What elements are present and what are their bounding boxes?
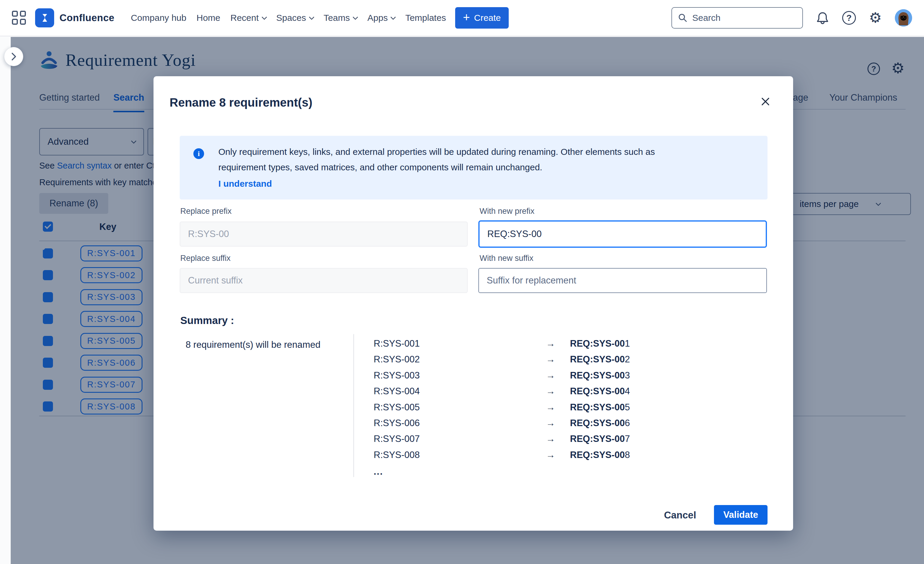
chevron-down-icon	[309, 14, 314, 20]
nav-item-apps[interactable]: Apps	[362, 7, 400, 29]
new-key-prefix: REQ:SYS-00	[570, 370, 625, 381]
nav-right-cluster: ? ⚙	[671, 7, 912, 29]
nav-item-teams[interactable]: Teams	[319, 7, 362, 29]
new-key-prefix: REQ:SYS-00	[570, 402, 625, 412]
new-key-tail: 1	[625, 338, 630, 349]
confluence-glyph	[39, 12, 50, 24]
top-navigation-bar: Confluence Company hubHomeRecentSpacesTe…	[0, 0, 924, 36]
notifications-button[interactable]	[816, 11, 829, 25]
new-key-tail: 3	[625, 370, 630, 381]
new-key-tail: 2	[625, 354, 630, 364]
help-button[interactable]: ?	[842, 11, 856, 25]
rename-preview-row: R:SYS-008→REQ:SYS-008	[374, 450, 772, 465]
nav-item-spaces[interactable]: Spaces	[271, 7, 319, 29]
global-search[interactable]	[671, 7, 803, 29]
help-icon: ?	[842, 11, 856, 25]
old-key: R:SYS-007	[374, 433, 540, 444]
i-understand-link[interactable]: I understand	[218, 179, 272, 189]
nav-item-templates[interactable]: Templates	[400, 7, 451, 29]
old-key: R:SYS-002	[374, 354, 540, 365]
rename-dialog: Rename 8 requirement(s) i Only requireme…	[153, 76, 793, 531]
summary-divider	[353, 334, 354, 477]
settings-button[interactable]: ⚙	[869, 11, 882, 25]
summary-ellipsis: ...	[374, 466, 383, 477]
nav-item-label: Recent	[231, 13, 259, 23]
replace-suffix-label: Replace suffix	[180, 254, 231, 263]
grid-square	[12, 19, 18, 25]
old-key: R:SYS-005	[374, 402, 540, 413]
new-key-tail: 8	[625, 450, 630, 460]
arrow-right-icon: →	[540, 450, 561, 460]
arrow-right-icon: →	[540, 338, 561, 349]
arrow-right-icon: →	[540, 402, 561, 413]
new-key-prefix: REQ:SYS-00	[570, 338, 625, 349]
old-key: R:SYS-006	[374, 418, 540, 429]
grid-square	[20, 19, 26, 25]
rename-preview-row: R:SYS-002→REQ:SYS-002	[374, 354, 772, 370]
new-key: REQ:SYS-004	[570, 386, 630, 397]
sidebar-expand-button[interactable]	[4, 47, 23, 66]
rename-preview-row: R:SYS-001→REQ:SYS-001	[374, 338, 772, 354]
validate-button[interactable]: Validate	[714, 505, 768, 525]
close-icon	[760, 96, 771, 107]
new-prefix-input[interactable]	[478, 220, 767, 248]
create-button[interactable]: + Create	[455, 7, 508, 29]
new-key: REQ:SYS-007	[570, 433, 630, 444]
rename-preview-row: R:SYS-003→REQ:SYS-003	[374, 370, 772, 386]
grid-square	[20, 11, 26, 17]
summary-count: 8 requirement(s) will be renamed	[186, 340, 320, 350]
new-key: REQ:SYS-008	[570, 450, 630, 460]
grid-square	[12, 11, 18, 17]
arrow-right-icon: →	[540, 354, 561, 365]
info-line-2: requirement types, saved matrices, and o…	[218, 159, 736, 175]
new-key: REQ:SYS-002	[570, 354, 630, 365]
plus-icon: +	[463, 11, 470, 23]
replace-prefix-label: Replace prefix	[180, 207, 232, 216]
rename-preview-row: R:SYS-007→REQ:SYS-007	[374, 433, 772, 449]
new-key-tail: 7	[625, 433, 630, 444]
app-switcher-icon[interactable]	[12, 11, 26, 25]
info-icon: i	[194, 148, 204, 159]
new-key-prefix: REQ:SYS-00	[570, 418, 625, 428]
search-input[interactable]	[692, 13, 790, 23]
nav-item-label: Home	[196, 13, 220, 23]
new-suffix-input[interactable]	[478, 268, 767, 293]
cancel-button[interactable]: Cancel	[656, 505, 704, 525]
close-dialog-button[interactable]	[758, 93, 774, 110]
chevron-down-icon	[261, 14, 267, 20]
replace-suffix-input[interactable]	[180, 268, 468, 293]
rename-preview-row: R:SYS-004→REQ:SYS-004	[374, 386, 772, 402]
new-key: REQ:SYS-001	[570, 338, 630, 349]
nav-item-label: Spaces	[276, 13, 306, 23]
product-name: Confluence	[60, 12, 114, 24]
rename-preview-row: R:SYS-005→REQ:SYS-005	[374, 402, 772, 418]
arrow-right-icon: →	[540, 370, 561, 381]
nav-item-company-hub[interactable]: Company hub	[126, 7, 192, 29]
new-key-prefix: REQ:SYS-00	[570, 386, 625, 396]
nav-item-label: Apps	[368, 13, 388, 23]
info-message: Only requirement keys, links, and extern…	[218, 144, 736, 175]
bell-icon	[816, 11, 829, 25]
arrow-right-icon: →	[540, 386, 561, 397]
create-button-label: Create	[474, 13, 501, 23]
old-key: R:SYS-003	[374, 370, 540, 381]
info-line-1: Only requirement keys, links, and extern…	[218, 144, 736, 159]
summary-heading: Summary :	[180, 314, 234, 326]
new-key: REQ:SYS-005	[570, 402, 630, 413]
avatar-image	[895, 9, 912, 27]
new-key-tail: 4	[625, 386, 630, 396]
nav-item-label: Templates	[405, 13, 446, 23]
old-key: R:SYS-004	[374, 386, 540, 397]
replace-prefix-input[interactable]	[180, 221, 468, 247]
gear-icon: ⚙	[869, 11, 882, 25]
confluence-logo-icon[interactable]	[35, 8, 54, 27]
primary-nav: Company hubHomeRecentSpacesTeamsAppsTemp…	[126, 7, 451, 29]
nav-item-recent[interactable]: Recent	[225, 7, 271, 29]
chevron-right-icon	[10, 52, 17, 61]
info-banner: i Only requirement keys, links, and exte…	[180, 136, 768, 200]
new-suffix-label: With new suffix	[480, 254, 533, 263]
nav-item-home[interactable]: Home	[191, 7, 225, 29]
user-avatar[interactable]	[895, 9, 912, 27]
rename-preview-row: R:SYS-006→REQ:SYS-006	[374, 418, 772, 433]
dialog-title: Rename 8 requirement(s)	[170, 96, 312, 109]
